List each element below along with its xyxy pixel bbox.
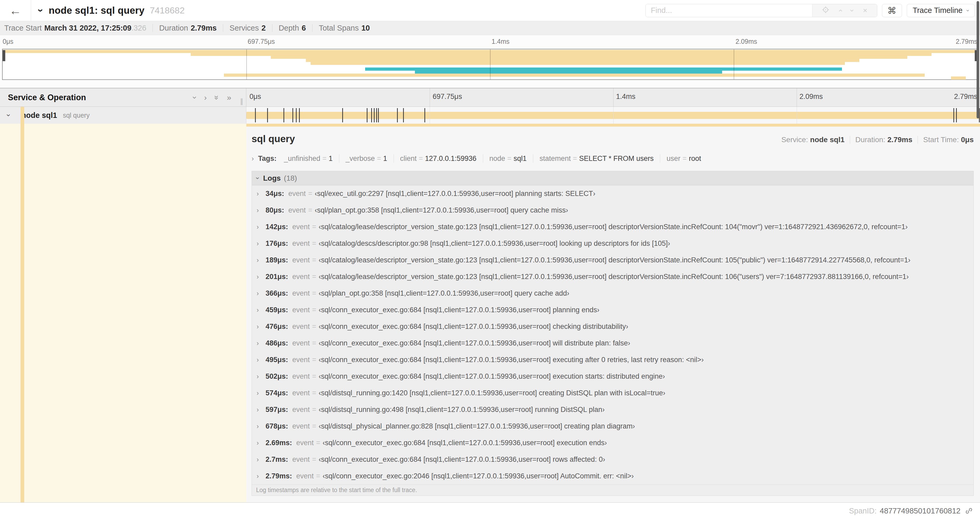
deep-link-icon[interactable]: [965, 506, 973, 515]
log-marker-tick: [371, 108, 372, 122]
find-clear-icon[interactable]: ×: [863, 7, 867, 14]
column-resizer-grip[interactable]: ∥: [240, 97, 244, 105]
span-detail-left-column: [0, 124, 246, 502]
log-timestamp: 2.7ms:: [266, 455, 288, 464]
match-highlight-icon[interactable]: [822, 6, 829, 15]
trace-view-label: Trace Timeline: [913, 6, 963, 15]
chevron-right-icon: ›: [256, 223, 266, 231]
log-row[interactable]: ›678μs:event=‹sql/distsql_physical_plann…: [252, 418, 974, 434]
divider: [153, 24, 153, 32]
log-field-value: ‹sql/conn_executor_exec.go:684 [nsql1,cl…: [318, 323, 628, 331]
find-next-icon[interactable]: ›: [848, 9, 856, 11]
trace-timeline-page: ← › node sql1: sql query 7418682 › › ×: [0, 0, 980, 519]
tag-key: client: [400, 155, 417, 163]
find-prev-icon[interactable]: ›: [837, 9, 844, 11]
minimap-span-bar: [271, 56, 907, 59]
log-row[interactable]: ›459μs:event=‹sql/conn_executor_exec.go:…: [252, 302, 974, 318]
log-row[interactable]: ›495μs:event=‹sql/conn_executor_exec.go:…: [252, 351, 974, 368]
page-header: ← › node sql1: sql query 7418682 › › ×: [0, 0, 980, 21]
tag-key: _verbose: [346, 155, 375, 163]
logs-header[interactable]: › Logs (18): [252, 171, 974, 185]
minimap-canvas[interactable]: [2, 49, 978, 80]
service-operation-title: Service & Operation: [8, 93, 86, 102]
tag-value: 127.0.0.1:59936: [425, 155, 476, 163]
minimap-span-bar: [415, 70, 722, 73]
log-field-key: event: [293, 240, 310, 248]
back-button[interactable]: ←: [0, 0, 31, 21]
span-detail-zone: sql query Service:node sql1 Duration:2.7…: [0, 124, 980, 502]
log-equals: =: [312, 240, 317, 248]
meta-label: Duration: [159, 24, 188, 32]
expand-one-icon[interactable]: ›: [204, 94, 207, 102]
log-row[interactable]: ›189μs:event=‹sql/catalog/lease/descript…: [252, 252, 974, 268]
log-row[interactable]: ›366μs:event=‹sql/plan_opt.go:358 [nsql1…: [252, 285, 974, 302]
log-row[interactable]: ›34μs:event=‹sql/exec_util.go:2297 [nsql…: [252, 185, 974, 202]
meta-value: 10: [361, 24, 370, 32]
collapse-one-icon[interactable]: ›: [191, 96, 199, 99]
log-field-key: event: [293, 223, 310, 231]
timeline-tick: 2.79ms: [954, 88, 977, 107]
trace-view-select[interactable]: Trace Timeline ›: [907, 4, 975, 17]
log-row[interactable]: ›142μs:event=‹sql/catalog/lease/descript…: [252, 219, 974, 235]
log-timestamp: 476μs:: [266, 323, 288, 331]
log-equals: =: [312, 256, 317, 264]
log-row[interactable]: ›502μs:event=‹sql/conn_executor_exec.go:…: [252, 368, 974, 385]
chevron-right-icon: ›: [251, 155, 254, 163]
minimap-ruler-tick: 0μs: [3, 38, 13, 45]
log-field-value: ‹sql/catalog/lease/descriptor_version_st…: [318, 273, 908, 281]
chevron-right-icon: ›: [256, 339, 266, 347]
log-marker-tick: [367, 108, 368, 122]
timeline-gridline: [797, 107, 797, 124]
log-timestamp: 142μs:: [266, 223, 288, 231]
log-row[interactable]: ›176μs:event=‹sql/catalog/descs/descript…: [252, 235, 974, 252]
minimap-span-bar: [306, 59, 860, 62]
collapse-all-icon[interactable]: »: [213, 95, 221, 100]
log-marker-tick: [296, 108, 297, 122]
log-marker-tick: [293, 108, 293, 122]
log-row[interactable]: ›574μs:event=‹sql/distsql_running.go:142…: [252, 385, 974, 401]
chevron-right-icon: ›: [256, 289, 266, 297]
log-field-key: event: [296, 472, 314, 480]
duration-value: 2.79ms: [887, 136, 912, 144]
divider: [850, 136, 850, 144]
log-row[interactable]: ›476μs:event=‹sql/conn_executor_exec.go:…: [252, 318, 974, 335]
span-row-name-cell[interactable]: › node sql1 sql query: [0, 107, 246, 124]
span-chevron-down-icon[interactable]: ›: [5, 114, 13, 116]
tag-key: _unfinished: [284, 155, 320, 163]
log-row[interactable]: ›597μs:event=‹sql/distsql_running.go:498…: [252, 401, 974, 418]
log-row[interactable]: ›2.7ms:event=‹sql/conn_executor_exec.go:…: [252, 451, 974, 468]
log-field-key: event: [288, 206, 306, 214]
tags-list: _unfinished=1_verbose=1client=127.0.0.1:…: [284, 154, 701, 163]
tag-key: user: [667, 155, 681, 163]
chevron-down-icon: ›: [254, 177, 262, 179]
log-row[interactable]: ›486μs:event=‹sql/conn_executor_exec.go:…: [252, 335, 974, 351]
tag-value: sql1: [514, 155, 527, 163]
keyboard-shortcuts-button[interactable]: ⌘: [882, 4, 902, 17]
page-scrollbar[interactable]: [977, 1, 979, 118]
find-input[interactable]: [646, 4, 812, 17]
log-timestamp: 34μs:: [266, 190, 284, 198]
log-field-key: event: [288, 190, 306, 198]
minimap-ruler-tick: 2.79ms: [956, 38, 977, 45]
span-row-timeline-cell[interactable]: [246, 107, 980, 124]
log-row[interactable]: ›80μs:event=‹sql/plan_opt.go:358 [nsql1,…: [252, 202, 974, 219]
trace-title-chevron-down-icon[interactable]: ›: [35, 9, 46, 12]
timeline-tick: 2.09ms: [797, 88, 823, 107]
chevron-right-icon: ›: [256, 240, 266, 248]
span-detail-body: sql query Service:node sql1 Duration:2.7…: [246, 126, 980, 502]
expand-all-icon[interactable]: »: [227, 94, 231, 102]
divider: [918, 136, 918, 144]
log-row[interactable]: ›2.69ms:event=‹sql/conn_executor_exec.go…: [252, 434, 974, 451]
tags-accordion[interactable]: › Tags: _unfinished=1_verbose=1client=12…: [251, 152, 974, 165]
log-row[interactable]: ›201μs:event=‹sql/catalog/lease/descript…: [252, 268, 974, 285]
chevron-right-icon: ›: [256, 190, 266, 198]
minimap-left-handle[interactable]: [3, 50, 5, 61]
timeline-tick: 1.4ms: [613, 88, 636, 107]
log-field-key: event: [296, 439, 314, 447]
minimap-span-bar: [224, 73, 925, 77]
timeline-gridline: [613, 107, 614, 124]
log-row[interactable]: ›2.79ms:event=‹sql/conn_executor_exec.go…: [252, 468, 974, 484]
log-timestamp: 574μs:: [266, 389, 288, 397]
log-equals: =: [312, 422, 317, 430]
log-timestamp: 189μs:: [266, 256, 288, 264]
